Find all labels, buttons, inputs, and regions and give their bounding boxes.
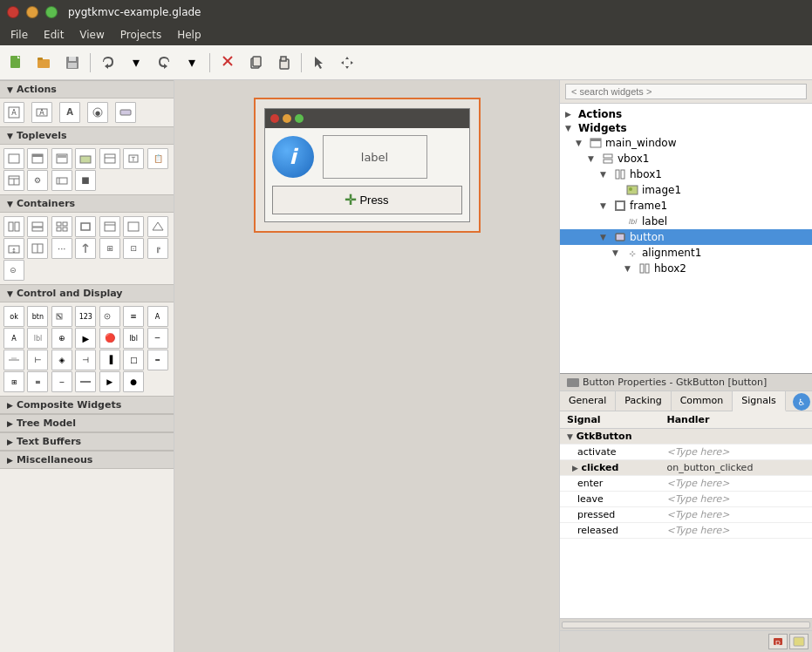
container-widget-13[interactable]: ⊡ [123,238,144,259]
menu-projects[interactable]: Projects [113,27,168,43]
undo-dropdown[interactable]: ▾ [123,51,149,75]
ctrl-widget-18[interactable]: ⊣ [75,350,96,370]
composite-widgets-section-header[interactable]: ▶ Composite Widgets [0,396,174,414]
toplevel-widget-2[interactable] [27,148,48,169]
container-widget-7[interactable] [147,216,168,237]
action-widget-1[interactable]: A [3,102,24,123]
toplevel-widget-6[interactable]: T [123,148,144,169]
menu-file[interactable]: File [3,27,35,43]
ctrl-widget-2[interactable]: btn [27,306,48,327]
tree-item-image1[interactable]: ▶ image1 [560,182,812,198]
ctrl-widget-21[interactable]: ═ [147,350,168,370]
signal-clicked-handler[interactable]: on_button_clicked [659,460,812,476]
toplevel-widget-9[interactable]: ⚙ [27,170,48,191]
ctrl-widget-5[interactable] [99,306,120,327]
tree-item-frame1[interactable]: ▼ frame1 [560,198,812,214]
ctrl-widget-24[interactable]: ─ [51,371,72,392]
signal-row-released[interactable]: released <Type here> [560,523,812,539]
tree-item-main-window[interactable]: ▼ main_window [560,135,812,151]
toplevel-widget-8[interactable] [3,170,24,191]
ctrl-widget-25[interactable] [75,371,96,392]
actions-section-header[interactable]: ▼ Actions [0,80,174,98]
tree-item-partial[interactable] [560,276,812,285]
tree-item-actions[interactable]: ▶ Actions [560,107,812,121]
ctrl-widget-19[interactable]: ▐ [99,350,120,370]
ctrl-widget-16[interactable]: ⊢ [27,350,48,370]
tree-item-button[interactable]: ▼ button [560,229,812,245]
toplevel-widget-7[interactable]: 📋 [147,148,168,169]
tree-model-section-header[interactable]: ▶ Tree Model [0,414,174,432]
ctrl-widget-20[interactable]: □ [123,350,144,370]
new-button[interactable] [3,51,30,75]
text-buffers-section-header[interactable]: ▶ Text Buffers [0,432,174,451]
redo-button[interactable] [151,51,177,75]
toplevel-widget-11[interactable]: ■ [75,170,96,191]
action-widget-2[interactable]: A [31,102,52,123]
toplevel-widget-1[interactable] [3,148,24,169]
menu-help[interactable]: Help [170,27,208,43]
tree-item-hbox2[interactable]: ▼ hbox2 [560,261,812,276]
toplevel-widget-10[interactable] [51,170,72,191]
container-widget-6[interactable] [123,216,144,237]
press-button-widget[interactable]: ✛ Press [272,186,462,214]
clicked-expand-arrow[interactable]: ▶ [572,464,578,472]
props-btn-warning[interactable] [789,634,809,649]
tree-item-vbox1[interactable]: ▼ vbox1 [560,151,812,166]
container-widget-14[interactable]: ╔ [147,238,168,259]
ctrl-widget-14[interactable]: ─ [147,328,168,349]
container-widget-11[interactable] [75,238,96,259]
signal-pressed-handler[interactable]: <Type here> [659,507,812,523]
tree-item-label[interactable]: ▶ lbl label [560,214,812,229]
container-widget-9[interactable] [27,238,48,259]
container-widget-15[interactable]: ⊝ [3,260,24,281]
miscellaneous-section-header[interactable]: ▶ Miscellaneous [0,451,174,469]
control-display-section-header[interactable]: ▼ Control and Display [0,284,174,302]
gtkbutton-expand-arrow[interactable]: ▼ [567,432,573,441]
menu-view[interactable]: View [72,27,111,43]
container-widget-10[interactable]: ··· [51,238,72,259]
toplevel-widget-3[interactable] [51,148,72,169]
container-widget-5[interactable] [99,216,120,237]
signal-row-pressed[interactable]: pressed <Type here> [560,507,812,523]
close-button[interactable] [7,6,19,18]
ctrl-widget-17[interactable]: ◈ [51,350,72,370]
ctrl-widget-26[interactable]: ▶ [99,371,120,392]
tab-signals[interactable]: Signals [733,391,786,411]
tree-item-alignment1[interactable]: ▼ ⊹ alignment1 [560,245,812,261]
props-scrollbar-area[interactable] [560,618,812,630]
accessibility-button[interactable]: ♿ [793,393,810,411]
signal-row-clicked[interactable]: ▶ clicked on_button_clicked [560,460,812,476]
signal-leave-handler[interactable]: <Type here> [659,492,812,507]
frame1-widget[interactable]: label [323,135,427,179]
maximize-button[interactable] [45,6,58,18]
select-button[interactable] [306,51,332,75]
container-widget-8[interactable]: ↕ [3,238,24,259]
containers-section-header[interactable]: ▼ Containers [0,194,174,213]
action-widget-3[interactable]: A [59,102,80,123]
toplevels-section-header[interactable]: ▼ Toplevels [0,126,174,145]
ctrl-widget-23[interactable]: ≡ [27,371,48,392]
ctrl-widget-9[interactable]: lbl [27,328,48,349]
open-button[interactable] [31,51,58,75]
ctrl-widget-11[interactable]: ▶ [75,328,96,349]
action-widget-4[interactable]: ● [87,102,108,123]
move-button[interactable] [334,51,360,75]
ctrl-widget-8[interactable]: A [3,328,24,349]
minimize-button[interactable] [26,6,38,18]
tab-packing[interactable]: Packing [616,391,671,411]
ctrl-widget-10[interactable]: ⊕ [51,328,72,349]
tab-common[interactable]: Common [672,391,734,411]
save-button[interactable] [59,51,85,75]
copy-button[interactable] [242,51,269,75]
paste-button[interactable] [270,51,297,75]
horizontal-scrollbar[interactable] [562,621,810,628]
ctrl-widget-27[interactable]: ● [123,371,144,392]
props-btn-delete[interactable]: D [768,634,788,649]
ctrl-widget-4[interactable]: 123 [75,306,96,327]
signal-activate-handler[interactable]: <Type here> [659,445,812,460]
ctrl-widget-13[interactable]: lbl [123,328,144,349]
container-widget-12[interactable]: ⊞ [99,238,120,259]
toplevel-widget-5[interactable] [99,148,120,169]
action-widget-5[interactable] [115,102,136,123]
signal-row-activate[interactable]: activate <Type here> [560,445,812,460]
